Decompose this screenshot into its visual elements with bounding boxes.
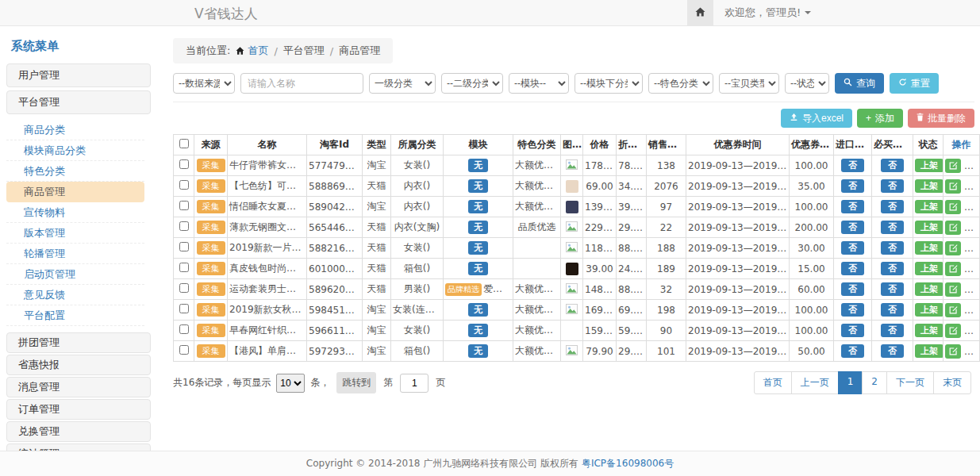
user-menu[interactable]: 欢迎您，管理员!: [713, 6, 816, 20]
row-checkbox[interactable]: [179, 242, 189, 251]
sidebar-item-feedback[interactable]: 意见反馈: [6, 285, 144, 305]
sidebar-item-splash-management[interactable]: 启动页管理: [6, 264, 144, 285]
batch-delete-button[interactable]: 批量删除: [908, 109, 974, 128]
row-checkbox[interactable]: [179, 324, 189, 334]
must-buy-toggle[interactable]: 否: [881, 179, 904, 193]
coupon-amount: 100.00: [790, 155, 834, 176]
sidebar-item-platform-config[interactable]: 平台配置: [6, 305, 144, 326]
edit-button[interactable]: [945, 324, 961, 338]
jump-button[interactable]: 跳转到: [336, 372, 376, 393]
status-toggle[interactable]: 上架: [915, 262, 943, 275]
status-toggle[interactable]: 上架: [915, 241, 943, 255]
sidebar-item-platform-management[interactable]: 平台管理: [6, 90, 151, 114]
prev-page-button[interactable]: 上一页: [791, 371, 839, 394]
module-select[interactable]: --模块--: [509, 73, 569, 94]
status-toggle[interactable]: 上架: [915, 159, 943, 172]
first-page-button[interactable]: 首页: [754, 371, 792, 394]
sidebar-item-savings-news[interactable]: 省惠快报: [6, 355, 151, 375]
must-buy-toggle[interactable]: 否: [881, 159, 904, 172]
discount-price: 24.00: [617, 259, 647, 279]
status-toggle[interactable]: 上架: [915, 200, 943, 213]
sidebar-item-goods-management[interactable]: 商品管理: [6, 182, 144, 202]
import-select-toggle[interactable]: 否: [841, 282, 864, 296]
breadcrumb-home-link[interactable]: 首页: [236, 44, 268, 58]
status-toggle[interactable]: 上架: [915, 344, 943, 358]
import-select-toggle[interactable]: 否: [841, 179, 864, 193]
sidebar-item-message-management[interactable]: 消息管理: [6, 377, 151, 397]
edit-button[interactable]: [945, 221, 961, 235]
data-source-select[interactable]: --数据来源--: [173, 73, 235, 94]
select-all-checkbox[interactable]: [179, 139, 189, 148]
must-buy-toggle[interactable]: 否: [881, 303, 904, 317]
row-checkbox[interactable]: [179, 201, 189, 210]
must-buy-toggle[interactable]: 否: [881, 241, 904, 255]
status-toggle[interactable]: 上架: [915, 324, 943, 337]
icp-link[interactable]: 粤ICP备16098006号: [582, 457, 674, 470]
import-select-toggle[interactable]: 否: [841, 200, 864, 213]
edit-button[interactable]: [945, 344, 961, 359]
page-1-button[interactable]: 1: [838, 371, 863, 394]
must-buy-toggle[interactable]: 否: [881, 324, 904, 337]
discount-price: 88.00: [617, 238, 647, 259]
product-name: 真皮钱包时尚优雅女士...: [228, 259, 307, 279]
status-toggle[interactable]: 上架: [915, 179, 943, 193]
edit-button[interactable]: [945, 179, 961, 194]
edit-button[interactable]: [945, 241, 961, 255]
must-buy-toggle[interactable]: 否: [881, 200, 904, 213]
row-checkbox[interactable]: [179, 159, 189, 169]
per-page-select[interactable]: 10: [276, 374, 305, 393]
status-toggle[interactable]: 上架: [915, 221, 943, 234]
sidebar-item-module-goods-category[interactable]: 模块商品分类: [6, 140, 144, 161]
must-buy-toggle[interactable]: 否: [881, 221, 904, 234]
feature-category-select[interactable]: --特色分类--: [648, 73, 713, 94]
home-button[interactable]: [687, 0, 713, 25]
reset-button[interactable]: 重置: [890, 73, 939, 94]
status-select[interactable]: --状态--: [785, 73, 829, 94]
must-buy-toggle[interactable]: 否: [881, 262, 904, 275]
name-search-input[interactable]: [240, 73, 363, 94]
import-select-toggle[interactable]: 否: [841, 241, 864, 255]
must-buy-toggle[interactable]: 否: [881, 282, 904, 296]
row-checkbox[interactable]: [179, 180, 189, 190]
import-select-toggle[interactable]: 否: [841, 262, 864, 275]
sidebar-item-user-management[interactable]: 用户管理: [6, 63, 151, 87]
level1-category-select[interactable]: 一级分类: [369, 73, 436, 94]
status-toggle[interactable]: 上架: [915, 282, 943, 296]
sidebar-item-version-management[interactable]: 版本管理: [6, 223, 144, 244]
edit-button[interactable]: [945, 200, 961, 214]
edit-button[interactable]: [945, 282, 961, 297]
import-select-toggle[interactable]: 否: [841, 221, 864, 234]
row-checkbox[interactable]: [179, 221, 189, 231]
add-button[interactable]: + 添加: [857, 109, 903, 128]
edit-button[interactable]: [945, 159, 961, 173]
edit-button[interactable]: [945, 262, 961, 276]
sidebar-item-feature-category[interactable]: 特色分类: [6, 161, 144, 182]
sidebar-item-exchange-management[interactable]: 兑换管理: [6, 421, 151, 442]
page-number-input[interactable]: [400, 374, 429, 393]
item-type-select[interactable]: --宝贝类型--: [719, 73, 779, 94]
module-subcategory-select[interactable]: --模块下分类--: [575, 73, 643, 94]
row-checkbox[interactable]: [179, 263, 189, 272]
row-checkbox[interactable]: [179, 304, 189, 313]
edit-button[interactable]: [945, 303, 961, 317]
sidebar-item-promo-material[interactable]: 宣传物料: [6, 202, 144, 223]
sidebar-item-carousel-management[interactable]: 轮播管理: [6, 244, 144, 264]
page-2-button[interactable]: 2: [862, 371, 887, 394]
sidebar-item-order-management[interactable]: 订单管理: [6, 399, 151, 420]
breadcrumb-separator: /: [330, 45, 333, 57]
sidebar-item-group-buy[interactable]: 拼团管理: [6, 332, 151, 353]
last-page-button[interactable]: 末页: [933, 371, 971, 394]
search-button[interactable]: 查询: [835, 73, 884, 94]
import-select-toggle[interactable]: 否: [841, 303, 864, 317]
import-select-toggle[interactable]: 否: [841, 159, 864, 172]
sidebar-item-goods-category[interactable]: 商品分类: [6, 120, 144, 140]
level2-category-select[interactable]: --二级分类--: [441, 73, 503, 94]
status-toggle[interactable]: 上架: [915, 303, 943, 317]
next-page-button[interactable]: 下一页: [886, 371, 934, 394]
must-buy-toggle[interactable]: 否: [881, 344, 904, 358]
import-excel-button[interactable]: 导入excel: [781, 109, 852, 128]
import-select-toggle[interactable]: 否: [841, 344, 864, 358]
row-checkbox[interactable]: [179, 283, 189, 293]
row-checkbox[interactable]: [179, 345, 189, 355]
import-select-toggle[interactable]: 否: [841, 324, 864, 337]
